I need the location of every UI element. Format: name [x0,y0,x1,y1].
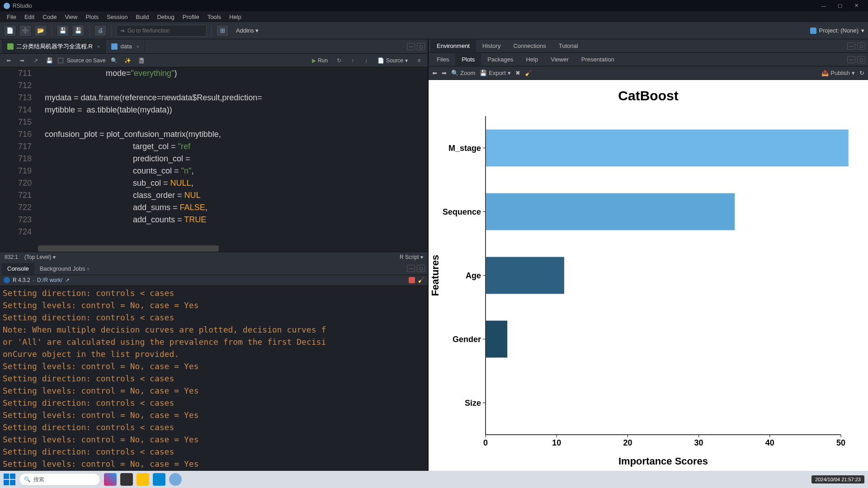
menu-edit[interactable]: Edit [20,12,38,22]
taskbar-app-2[interactable] [120,473,133,486]
wand-button[interactable]: ✨ [123,56,132,65]
go-down-button[interactable]: ↓ [361,56,371,65]
open-file-button[interactable]: 📂 [34,25,47,37]
working-directory[interactable]: D:/R work/ [37,277,62,283]
new-file-button[interactable]: 📄 [4,25,16,37]
tab-environment[interactable]: Environment [430,40,476,52]
plot-pane-tabs: FilesPlotsPackagesHelpViewerPresentation… [429,53,868,66]
taskbar-rstudio[interactable] [169,473,182,486]
export-button[interactable]: 💾 Export ▾ [480,70,511,76]
minimize-button[interactable]: — [816,3,832,9]
tab-viewer[interactable]: Viewer [544,53,575,66]
taskbar-explorer[interactable] [137,473,149,486]
rerun-button[interactable]: ↻ [334,56,344,65]
menu-tools[interactable]: Tools [203,12,225,22]
grid-button[interactable]: ⊞ [216,25,229,37]
menu-build[interactable]: Build [132,12,153,22]
horizontal-scrollbar[interactable] [38,245,219,252]
remove-plot-button[interactable]: ✖ [515,70,520,76]
scope-selector[interactable]: (Top Level) ▾ [24,254,56,260]
taskbar-app-1[interactable] [104,473,117,486]
menu-session[interactable]: Session [103,12,132,22]
menu-file[interactable]: File [3,12,20,22]
menu-code[interactable]: Code [38,12,61,22]
stop-button[interactable] [409,277,415,283]
close-icon[interactable]: × [137,44,139,49]
menu-plots[interactable]: Plots [81,12,103,22]
save-source-button[interactable]: 💾 [44,56,54,65]
refresh-plot-button[interactable]: ↻ [859,70,864,76]
menu-debug[interactable]: Debug [153,12,178,22]
code-editor[interactable]: 7117127137147157167177187197207217227237… [0,67,428,252]
plot-prev-button[interactable]: ⬅ [432,70,437,76]
project-menu[interactable]: Project: (None) ▾ [810,27,864,34]
minimize-pane-icon[interactable]: — [847,42,855,50]
tab-history[interactable]: History [476,40,507,52]
tab-plots[interactable]: Plots [455,53,481,66]
source-pane-tabs: 二分类结局机器学习全流程.R × data × — ▢ [0,39,428,54]
print-button[interactable]: 🖨 [94,25,107,37]
tab-tutorial[interactable]: Tutorial [552,40,585,52]
menu-help[interactable]: Help [225,12,245,22]
zoom-button[interactable]: 🔍 Zoom [451,70,475,76]
source-on-save-label: Source on Save [67,57,105,64]
tab-presentation[interactable]: Presentation [575,53,621,66]
tab-connections[interactable]: Connections [507,40,552,52]
save-button[interactable]: 💾 [57,25,69,37]
close-button[interactable]: ✕ [848,3,864,9]
run-button[interactable]: ▶Run [309,56,330,65]
file-type[interactable]: R Script ▾ [400,254,423,260]
new-project-button[interactable]: ➕ [19,25,32,37]
taskbar-search[interactable]: 🔍 搜索 [19,473,100,486]
goto-arrow-icon: ➔ [120,28,125,34]
show-in-new-window-button[interactable]: ↗ [31,56,41,65]
publish-button[interactable]: 📤 Publish ▾ [821,70,855,76]
tab-help[interactable]: Help [519,53,544,66]
titlebar: RStudio — ▢ ✕ [0,0,868,11]
start-button[interactable] [4,474,15,485]
back-button[interactable]: ⬅ [4,56,14,65]
tab-files[interactable]: Files [430,53,455,66]
taskbar-clock[interactable]: 2024/10/04 21:57:23 [811,475,864,483]
clear-plots-button[interactable]: 🧹 [525,70,532,76]
tab-source-file[interactable]: 二分类结局机器学习全流程.R × [2,40,106,53]
source-on-save-checkbox[interactable] [58,58,63,63]
svg-rect-14 [486,130,849,167]
maximize-pane-icon[interactable]: ▢ [417,265,425,272]
svg-text:Sequence: Sequence [443,207,481,216]
maximize-pane-icon[interactable]: ▢ [417,43,425,50]
go-up-button[interactable]: ↑ [348,56,358,65]
clear-console-button[interactable]: 🧹 [418,277,424,283]
wd-popout-icon[interactable]: ↗ [65,277,70,283]
outline-button[interactable]: ≡ [414,56,424,65]
menu-view[interactable]: View [61,12,81,22]
console-output[interactable]: Setting direction: controls < cases Sett… [0,286,428,471]
svg-rect-17 [486,193,735,230]
tab-console[interactable]: Console [2,263,34,274]
tab-packages[interactable]: Packages [481,53,519,66]
save-all-button[interactable]: 💾 [72,25,85,37]
close-icon[interactable]: × [97,44,100,49]
menu-profile[interactable]: Profile [179,12,203,22]
plot-next-button[interactable]: ➡ [442,70,447,76]
maximize-button[interactable]: ▢ [832,3,848,9]
find-button[interactable]: 🔍 [109,56,119,65]
maximize-pane-icon[interactable]: ▢ [857,56,865,63]
svg-text:Features: Features [429,255,441,296]
r-version: R 4.3.2 [13,277,30,283]
window-title: RStudio [13,3,32,9]
minimize-pane-icon[interactable]: — [407,265,415,272]
source-button[interactable]: 📄Source ▾ [375,56,410,65]
goto-file-input[interactable]: ➔ Go to file/function [116,25,207,37]
r-file-icon [7,43,14,50]
compile-report-button[interactable]: 📓 [136,56,146,65]
addins-menu[interactable]: Addins ▾ [231,25,263,36]
tab-background-jobs[interactable]: Background Jobs × [34,263,95,274]
minimize-pane-icon[interactable]: — [407,43,415,50]
forward-button[interactable]: ➡ [17,56,27,65]
r-logo-icon [4,277,10,283]
taskbar-app-3[interactable] [153,473,165,486]
minimize-pane-icon[interactable]: — [847,56,855,63]
maximize-pane-icon[interactable]: ▢ [857,42,865,50]
tab-data[interactable]: data × [106,40,145,52]
